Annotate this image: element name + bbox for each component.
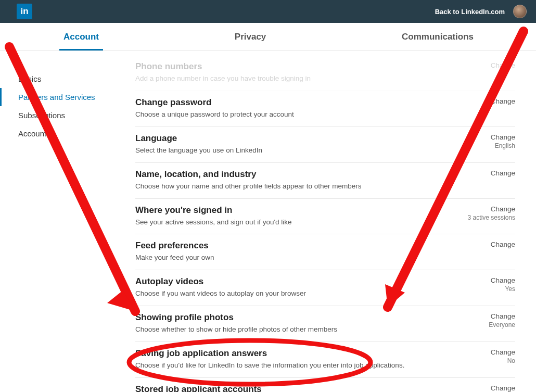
setting-row-showing-profile-photos[interactable]: Showing profile photos Choose whether to… [135,306,515,342]
change-link[interactable]: Change [453,276,515,284]
setting-row-autoplay-videos[interactable]: Autoplay videos Choose if you want video… [135,270,515,306]
setting-value: 3 active sessions [453,214,515,221]
tab-account[interactable]: Account [63,23,99,50]
setting-right: Change English [453,133,515,149]
setting-desc: Choose if you want videos to autoplay on… [135,289,442,299]
setting-row-phone-numbers[interactable]: Phone numbers Add a phone number in case… [135,55,515,91]
linkedin-logo-icon[interactable]: in [17,4,32,19]
setting-right: Change [453,169,515,178]
setting-title: Language [135,133,442,144]
setting-row-name-location-industry[interactable]: Name, location, and industry Choose how … [135,163,515,199]
change-link[interactable]: Change [453,312,515,320]
setting-title: Phone numbers [135,61,442,72]
back-to-linkedin-link[interactable]: Back to LinkedIn.com [435,8,505,16]
setting-value: Yes [453,285,515,293]
setting-right: Change 0 stored accounts [453,384,515,392]
setting-title: Where you're signed in [135,205,442,216]
setting-right: Change No [453,348,515,364]
setting-title: Stored job applicant accounts [135,384,442,392]
setting-desc: Make your feed your own [135,253,442,263]
setting-title: Autoplay videos [135,276,442,287]
setting-desc: Choose if you'd like for LinkedIn to sav… [135,361,442,371]
sidebar-item-account[interactable]: Account [0,124,135,143]
setting-title: Name, location, and industry [135,169,442,180]
setting-desc: Choose whether to show or hide profile p… [135,325,442,335]
setting-left: Stored job applicant accounts Manage whi… [135,384,442,392]
change-link[interactable]: Change [453,169,515,177]
change-link[interactable]: Change [453,384,515,392]
settings-body: Basics Partners and Services Subscriptio… [0,51,536,392]
setting-title: Feed preferences [135,241,442,251]
setting-right: Change Everyone [453,312,515,328]
sidebar-item-partners-services[interactable]: Partners and Services [0,88,135,106]
setting-right: Change [453,97,515,106]
sidebar-item-basics[interactable]: Basics [0,70,135,88]
setting-row-saving-job-application-answers[interactable]: Saving job application answers Choose if… [135,342,515,378]
setting-row-change-password[interactable]: Change password Choose a unique password… [135,91,515,127]
tab-communications[interactable]: Communications [402,23,474,50]
setting-left: Autoplay videos Choose if you want video… [135,276,442,299]
setting-left: Language Select the language you use on … [135,133,442,156]
setting-title: Showing profile photos [135,312,442,323]
setting-value: Everyone [453,321,515,328]
setting-right: Change 3 active sessions [453,205,515,221]
change-link[interactable]: Change [453,205,515,213]
setting-title: Change password [135,97,442,108]
setting-left: Showing profile photos Choose whether to… [135,312,442,335]
setting-desc: Add a phone number in case you have trou… [135,74,442,84]
setting-row-feed-preferences[interactable]: Feed preferences Make your feed your own… [135,234,515,270]
setting-desc: Select the language you use on LinkedIn [135,146,442,156]
settings-main: Phone numbers Add a phone number in case… [135,51,536,392]
change-link[interactable]: Change [453,133,515,141]
setting-desc: Choose a unique password to protect your… [135,110,442,120]
change-link[interactable]: Change [453,241,515,248]
setting-left: Phone numbers Add a phone number in case… [135,61,442,84]
tab-privacy[interactable]: Privacy [235,23,266,50]
setting-right: Change [453,241,515,249]
setting-desc: See your active sessions, and sign out i… [135,218,442,227]
change-link[interactable]: Change [453,348,515,356]
setting-left: Saving job application answers Choose if… [135,348,442,371]
setting-value: English [453,142,515,149]
avatar[interactable] [513,5,527,18]
setting-left: Change password Choose a unique password… [135,97,442,120]
setting-value: No [453,357,515,364]
setting-row-language[interactable]: Language Select the language you use on … [135,127,515,163]
setting-left: Feed preferences Make your feed your own [135,241,442,263]
setting-title: Saving job application answers [135,348,442,359]
sidebar-item-subscriptions[interactable]: Subscriptions [0,106,135,124]
app-header: in Back to LinkedIn.com [0,0,536,23]
setting-left: Name, location, and industry Choose how … [135,169,442,192]
setting-left: Where you're signed in See your active s… [135,205,442,227]
settings-tabs: Account Privacy Communications [0,23,536,51]
change-link[interactable]: Change [453,97,515,105]
setting-right: Change [453,61,515,70]
setting-desc: Choose how your name and other profile f… [135,182,442,192]
setting-right: Change Yes [453,276,515,293]
setting-row-stored-job-applicant-accounts[interactable]: Stored job applicant accounts Manage whi… [135,378,515,392]
change-link[interactable]: Change [453,61,515,69]
header-right: Back to LinkedIn.com [435,5,527,18]
setting-row-where-signed-in[interactable]: Where you're signed in See your active s… [135,199,515,235]
settings-sidebar: Basics Partners and Services Subscriptio… [0,51,135,392]
